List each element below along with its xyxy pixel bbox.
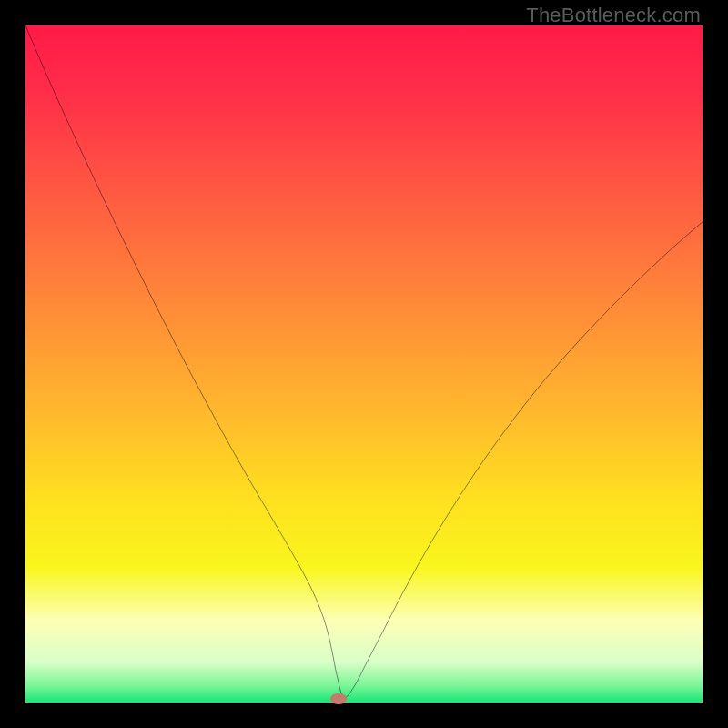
chart-frame: TheBottleneck.com [0,0,728,728]
watermark-text: TheBottleneck.com [526,4,701,27]
plot-area [25,25,703,703]
bottleneck-curve [25,25,703,703]
optimal-point-marker [330,693,347,704]
